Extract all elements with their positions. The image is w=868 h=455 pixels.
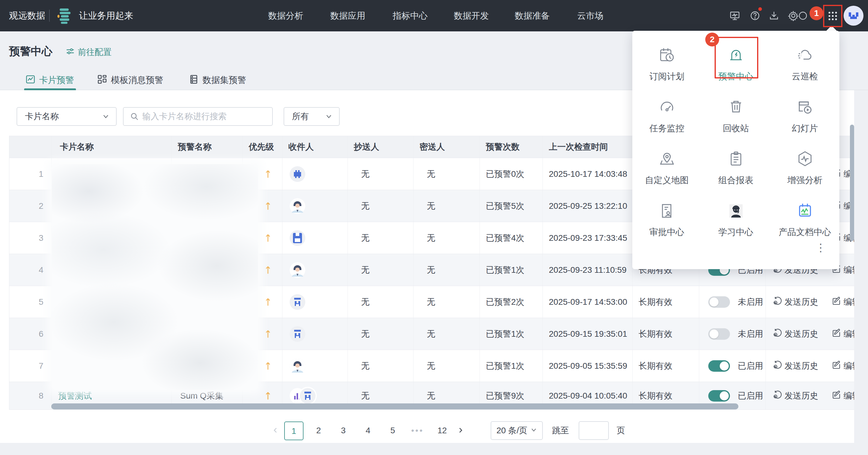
chevron-down-icon <box>325 113 333 120</box>
page-button-12[interactable]: 12 <box>433 422 452 440</box>
annotation-step-2-box <box>715 37 758 79</box>
annotation-step-1-box <box>823 5 842 27</box>
bcc-cell: 无 <box>413 190 480 222</box>
nav-item-1[interactable]: 数据分析 <box>268 0 303 31</box>
pagination: 12345•••12 <box>270 421 467 440</box>
bcc-cell: 无 <box>413 158 480 190</box>
recipient-avatar-robot2 <box>290 294 305 310</box>
map-icon <box>658 150 676 168</box>
alert-count-cell: 已预警1次 <box>480 254 543 286</box>
send-history-button[interactable]: 发送历史 <box>772 390 818 402</box>
apps-menu-more-button[interactable]: ⋮ <box>814 243 828 252</box>
cc-cell: 无 <box>348 350 413 382</box>
last-check-time-cell: 2025-10-17 14:03:48 <box>543 158 632 190</box>
apps-menu-item-gauge[interactable]: 任务监控 <box>632 94 701 146</box>
card-name-link[interactable]: 预警测试 <box>58 391 92 400</box>
apps-menu-item-report[interactable]: 组合报表 <box>701 146 770 198</box>
pagination-ellipsis[interactable]: ••• <box>408 422 427 440</box>
apps-menu-item-slides[interactable]: 幻灯片 <box>770 94 839 146</box>
settings-gear-icon[interactable] <box>788 10 799 21</box>
gauge-icon <box>658 98 676 116</box>
bell-icon[interactable] <box>798 10 808 21</box>
page-button-2[interactable]: 2 <box>309 422 328 440</box>
page-button-5[interactable]: 5 <box>383 422 402 440</box>
nav-item-2[interactable]: 数据应用 <box>330 0 365 31</box>
recipient-cell <box>282 318 348 350</box>
horizontal-scrollbar[interactable] <box>51 403 738 409</box>
brand-slogan: 让业务用起来 <box>79 0 133 31</box>
cc-cell: 无 <box>348 222 413 254</box>
page-size-select[interactable]: 20 条/页 <box>491 421 543 440</box>
page-button-1[interactable]: 1 <box>284 422 304 440</box>
nav-item-4[interactable]: 数据开发 <box>454 0 489 31</box>
apps-menu-item-hexpulse[interactable]: 增强分析 <box>770 146 839 198</box>
jump-to-page-input[interactable] <box>579 421 609 440</box>
apps-menu-item-approval[interactable]: 审批中心 <box>632 198 701 250</box>
edit-button[interactable]: 编辑 <box>832 360 854 372</box>
apps-menu-item-subscription[interactable]: 订阅计划 <box>632 42 701 94</box>
apps-menu-item-cloudscan[interactable]: 云巡检 <box>770 42 839 94</box>
edit-button[interactable]: 编辑 <box>832 296 854 308</box>
cloudscan-icon <box>796 47 814 64</box>
page-button-3[interactable]: 3 <box>334 422 353 440</box>
alert-count-cell: 已预警0次 <box>480 158 543 190</box>
edit-button[interactable]: 编辑 <box>832 328 854 340</box>
cc-cell: 无 <box>348 318 413 350</box>
edit-button[interactable]: 编辑 <box>832 390 854 402</box>
screen-monitor-icon[interactable] <box>730 10 740 21</box>
help-icon[interactable] <box>749 10 761 21</box>
enable-toggle[interactable] <box>708 360 730 372</box>
jump-to-label: 跳至 <box>552 421 569 440</box>
validity-cell: 长期有效 <box>632 286 699 318</box>
last-check-time-cell: 2025-09-23 17:33:45 <box>543 222 632 254</box>
prev-page-button[interactable] <box>270 426 281 436</box>
row-index: 8 <box>9 382 52 410</box>
subscription-icon <box>658 47 676 64</box>
vertical-scrollbar[interactable] <box>850 124 854 241</box>
learning-icon <box>727 202 745 220</box>
apps-menu-item-productdoc[interactable]: 产品文档中心 <box>770 198 839 250</box>
enable-toggle[interactable] <box>708 390 730 402</box>
next-page-button[interactable] <box>455 426 467 436</box>
status-cell: 已启用 <box>699 350 766 382</box>
nav-item-5[interactable]: 数据准备 <box>515 0 550 31</box>
column-header-1: 卡片名称 <box>52 136 172 158</box>
send-history-button[interactable]: 发送历史 <box>772 296 818 308</box>
search-placeholder: 输入卡片名称进行搜索 <box>142 111 227 122</box>
column-header-2: 预警名称 <box>172 136 243 158</box>
page-button-4[interactable]: 4 <box>358 422 378 440</box>
alert-count-cell: 已预警4次 <box>480 222 543 254</box>
recipient-avatar-person <box>290 262 305 278</box>
send-history-button[interactable]: 发送历史 <box>772 328 818 340</box>
status-cell: 未启用 <box>699 286 766 318</box>
nav-item-3[interactable]: 指标中心 <box>393 0 428 31</box>
history-icon <box>772 296 782 308</box>
topbar: 观远数据 让业务用起来 数据分析数据应用指标中心数据开发数据准备云市场 <box>0 0 868 31</box>
apps-menu-item-trash[interactable]: 回收站 <box>701 94 770 146</box>
row-index: 6 <box>9 318 52 350</box>
recipient-avatar-floppy <box>290 230 305 246</box>
row-index: 7 <box>9 350 52 382</box>
dataset-icon <box>189 74 199 87</box>
nav-item-6[interactable]: 云市场 <box>577 0 603 31</box>
go-to-config-link[interactable]: 前往配置 <box>66 47 112 58</box>
row-index: 3 <box>9 222 52 254</box>
apps-menu-item-map[interactable]: 自定义地图 <box>632 146 701 198</box>
column-header-5: 抄送人 <box>348 136 413 158</box>
hexpulse-icon <box>796 150 814 168</box>
tab-card-alert[interactable]: 卡片预警 <box>25 73 74 88</box>
send-history-button[interactable]: 发送历史 <box>772 360 818 372</box>
download-icon[interactable] <box>769 10 779 21</box>
scope-select[interactable]: 所有 <box>284 107 340 126</box>
alert-count-cell: 已预警5次 <box>480 190 543 222</box>
search-input[interactable]: 输入卡片名称进行搜索 <box>123 107 273 126</box>
enable-toggle[interactable] <box>708 296 730 308</box>
alert-name-text: Sum Q采集 <box>180 391 223 400</box>
apps-menu-item-learning[interactable]: 学习中心 <box>701 198 770 250</box>
field-select[interactable]: 卡片名称 <box>17 107 117 126</box>
enable-toggle[interactable] <box>708 328 730 340</box>
user-avatar[interactable] <box>844 6 864 26</box>
tab-template-message-alert[interactable]: 模板消息预警 <box>97 73 163 88</box>
brand-logo-icon <box>56 7 73 25</box>
tab-dataset-alert[interactable]: 数据集预警 <box>189 73 246 88</box>
